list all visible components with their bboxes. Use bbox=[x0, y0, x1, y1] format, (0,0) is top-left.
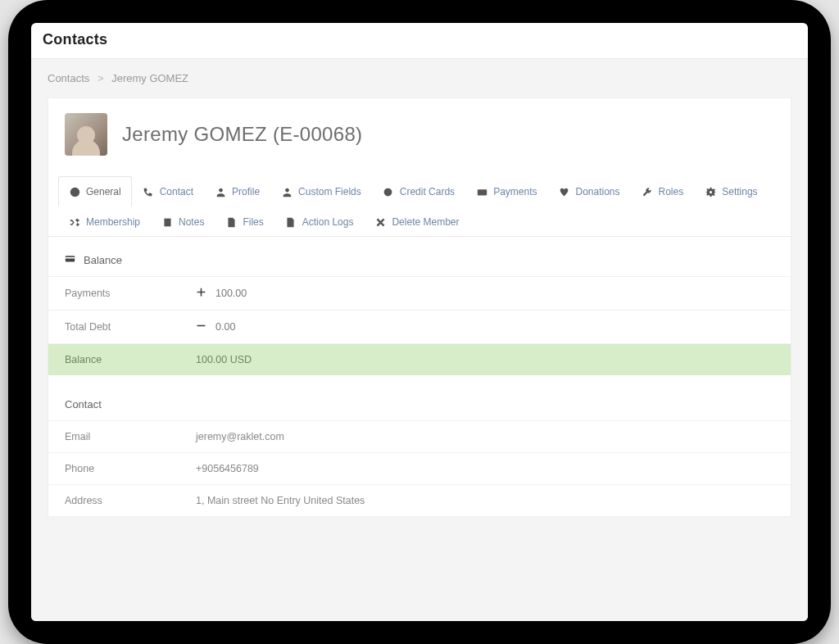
breadcrumb: Contacts > Jeremy GOMEZ bbox=[31, 59, 808, 98]
debt-value: 0.00 bbox=[215, 321, 235, 333]
card-icon bbox=[65, 253, 75, 266]
tab-label: Files bbox=[243, 216, 263, 228]
file-icon bbox=[285, 217, 297, 228]
debt-label: Total Debt bbox=[48, 311, 179, 344]
svg-point-1 bbox=[384, 188, 392, 196]
tab-notes[interactable]: Notes bbox=[151, 206, 215, 237]
tab-general[interactable]: General bbox=[58, 176, 132, 206]
balance-value: 100.00 USD bbox=[179, 344, 791, 376]
email-label: Email bbox=[48, 421, 179, 453]
balance-section-header: Balance bbox=[48, 237, 791, 276]
tab-membership[interactable]: Membership bbox=[58, 206, 151, 237]
minus-icon bbox=[196, 320, 204, 333]
tab-donations[interactable]: Donations bbox=[547, 176, 630, 206]
tab-roles[interactable]: Roles bbox=[631, 176, 695, 206]
contact-card: Jeremy GOMEZ (E-00068) General Contact P… bbox=[48, 98, 791, 517]
gear-icon bbox=[705, 187, 716, 197]
tab-label: Credit Cards bbox=[400, 186, 455, 197]
tab-action-logs[interactable]: Action Logs bbox=[274, 206, 365, 237]
tab-label: Contact bbox=[160, 186, 193, 197]
svg-rect-3 bbox=[164, 218, 170, 226]
svg-rect-5 bbox=[66, 257, 75, 259]
file-icon bbox=[225, 217, 237, 228]
tab-custom-fields[interactable]: Custom Fields bbox=[270, 176, 372, 206]
tab-files[interactable]: Files bbox=[215, 206, 274, 237]
avatar bbox=[65, 113, 107, 156]
balance-section-label: Balance bbox=[84, 254, 122, 266]
email-value: jeremy@raklet.com bbox=[179, 421, 791, 453]
wrench-icon bbox=[642, 187, 653, 197]
payments-label: Payments bbox=[48, 277, 179, 311]
svg-rect-4 bbox=[66, 256, 75, 261]
tab-label: Donations bbox=[575, 186, 619, 197]
breadcrumb-root-link[interactable]: Contacts bbox=[48, 72, 89, 84]
table-row: Phone +9056456789 bbox=[48, 453, 791, 485]
tab-label: Membership bbox=[86, 216, 140, 228]
content-area: Jeremy GOMEZ (E-00068) General Contact P… bbox=[31, 98, 808, 621]
svg-point-0 bbox=[70, 187, 79, 196]
svg-rect-2 bbox=[477, 189, 486, 195]
tab-payments[interactable]: Payments bbox=[465, 176, 547, 206]
contact-display-name: Jeremy GOMEZ (E-00068) bbox=[122, 123, 362, 146]
tab-label: Custom Fields bbox=[298, 186, 361, 197]
contact-section-label: Contact bbox=[65, 398, 102, 410]
heart-icon bbox=[558, 187, 569, 197]
contact-table: Email jeremy@raklet.com Phone +905645678… bbox=[48, 420, 791, 516]
info-icon bbox=[69, 187, 80, 197]
address-label: Address bbox=[48, 485, 179, 517]
tab-label: Roles bbox=[659, 186, 684, 197]
tab-profile[interactable]: Profile bbox=[204, 176, 270, 206]
tab-label: Action Logs bbox=[302, 216, 354, 228]
tab-delete-member[interactable]: Delete Member bbox=[364, 206, 469, 237]
balance-table: Payments 100.00 Total Debt bbox=[48, 276, 791, 375]
tab-label: Payments bbox=[493, 186, 537, 197]
svg-rect-6 bbox=[197, 325, 206, 327]
tab-label: General bbox=[86, 186, 121, 197]
payments-value: 100.00 bbox=[215, 288, 247, 299]
contact-header: Jeremy GOMEZ (E-00068) bbox=[48, 98, 791, 175]
tablet-frame: Contacts Contacts > Jeremy GOMEZ Jeremy … bbox=[8, 0, 831, 644]
address-value: 1, Main street No Entry United States bbox=[179, 485, 791, 517]
page-title: Contacts bbox=[43, 31, 796, 48]
table-row: Payments 100.00 bbox=[48, 277, 791, 311]
close-icon bbox=[374, 217, 386, 228]
note-icon bbox=[161, 217, 173, 228]
table-row: Address 1, Main street No Entry United S… bbox=[48, 485, 791, 517]
tab-settings[interactable]: Settings bbox=[694, 176, 768, 206]
card-icon bbox=[476, 187, 488, 197]
phone-icon bbox=[143, 187, 154, 197]
table-row-balance: Balance 100.00 USD bbox=[48, 344, 791, 376]
tab-bar: General Contact Profile Custom Fields bbox=[48, 175, 791, 237]
credit-card-icon bbox=[383, 187, 394, 197]
user-icon bbox=[215, 187, 226, 197]
table-row: Total Debt 0.00 bbox=[48, 311, 791, 344]
tab-label: Profile bbox=[232, 186, 260, 197]
plus-icon bbox=[196, 287, 204, 300]
tab-contact[interactable]: Contact bbox=[132, 176, 204, 206]
tab-credit-cards[interactable]: Credit Cards bbox=[372, 176, 465, 206]
page-header: Contacts bbox=[31, 23, 808, 59]
breadcrumb-separator: > bbox=[98, 72, 104, 84]
contact-section: Contact Email jeremy@raklet.com Phone +9… bbox=[48, 383, 791, 516]
balance-label: Balance bbox=[48, 344, 179, 376]
balance-section: Balance Payments 100.00 bbox=[48, 237, 791, 375]
phone-value: +9056456789 bbox=[179, 453, 791, 485]
shuffle-icon bbox=[69, 217, 80, 228]
breadcrumb-current: Jeremy GOMEZ bbox=[111, 72, 188, 84]
table-row: Email jeremy@raklet.com bbox=[48, 421, 791, 453]
phone-label: Phone bbox=[48, 453, 179, 485]
contact-section-header: Contact bbox=[48, 383, 791, 420]
user-icon bbox=[281, 187, 293, 197]
app-screen: Contacts Contacts > Jeremy GOMEZ Jeremy … bbox=[31, 23, 808, 621]
tab-label: Notes bbox=[179, 216, 204, 228]
tab-label: Settings bbox=[722, 186, 757, 197]
tab-label: Delete Member bbox=[392, 216, 459, 228]
